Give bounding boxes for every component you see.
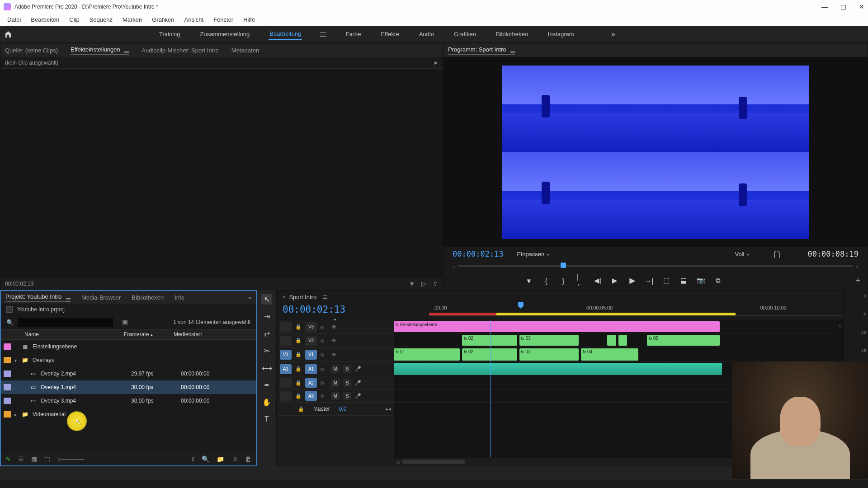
label-color[interactable] xyxy=(4,343,11,350)
project-item[interactable]: ▸📁Videomaterial xyxy=(1,408,256,421)
mark-in-button[interactable]: { xyxy=(542,277,550,285)
play-only-icon[interactable]: ▷ xyxy=(421,280,426,287)
extract-button[interactable]: ⬓ xyxy=(679,277,688,285)
go-to-in-button[interactable]: |← xyxy=(576,277,585,285)
add-marker-button[interactable]: ▼ xyxy=(525,277,533,285)
timeline-timecode[interactable]: 00:00:02:13 xyxy=(283,304,390,315)
column-header-mediastart[interactable]: Medienstart xyxy=(174,331,247,338)
play-button[interactable]: ▶ xyxy=(611,277,619,285)
program-playhead[interactable] xyxy=(561,263,566,268)
razor-tool[interactable]: ✂ xyxy=(261,345,272,356)
find-button[interactable]: 🔍 xyxy=(202,455,209,463)
clip-v2-05[interactable]: fx05 xyxy=(647,335,720,346)
clip-v1-04[interactable]: fx04 xyxy=(581,348,638,361)
sequence-close-button[interactable]: × xyxy=(283,294,285,300)
menu-grafiken[interactable]: Grafiken xyxy=(148,15,178,24)
list-view-button[interactable]: ☰ xyxy=(18,455,24,463)
program-menu-icon[interactable] xyxy=(510,51,515,54)
workspace-farbe[interactable]: Farbe xyxy=(344,29,362,39)
clip-adjustment-layer[interactable]: fxEinstellungsebene xyxy=(394,321,720,332)
tab-info[interactable]: Info xyxy=(175,294,184,301)
clip-v2-gap1[interactable] xyxy=(607,335,616,346)
clip-audio-a1[interactable] xyxy=(394,363,722,375)
clip-v1-01[interactable]: fx01 xyxy=(394,348,460,361)
project-menu-icon[interactable] xyxy=(66,298,71,301)
type-tool[interactable]: T xyxy=(261,414,272,425)
panel-menu-icon[interactable] xyxy=(124,51,129,54)
timeline-horizontal-scrollbar[interactable] xyxy=(402,460,465,464)
program-video-output[interactable] xyxy=(443,57,868,247)
workspace-training[interactable]: Training xyxy=(158,29,181,39)
export-still-icon[interactable]: ⇪ xyxy=(433,280,438,287)
tab-project[interactable]: Projekt: Youtube Intro xyxy=(5,293,71,302)
master-track-value[interactable]: 0,0 xyxy=(339,406,347,412)
tab-media-browser[interactable]: Media-Browser xyxy=(81,294,121,301)
menu-sequenz[interactable]: Sequenz xyxy=(86,15,116,24)
timeline-playhead[interactable] xyxy=(518,302,524,309)
project-item[interactable]: ▭Overlay 2.mp429,97 fps00:00:00:00 xyxy=(1,367,256,380)
menu-ansicht[interactable]: Ansicht xyxy=(180,15,207,24)
maximize-button[interactable]: ▢ xyxy=(840,3,846,10)
program-scrub-bar[interactable]: ○ ○ xyxy=(443,261,868,272)
track-select-tool[interactable]: ⇥ xyxy=(261,311,272,322)
work-area-bar[interactable] xyxy=(429,313,736,315)
menu-hilfe[interactable]: Hilfe xyxy=(240,15,259,24)
icon-view-button[interactable]: ▦ xyxy=(31,455,37,463)
workspace-bibliotheken[interactable]: Bibliotheken xyxy=(495,29,529,39)
close-button[interactable]: ✕ xyxy=(859,3,864,10)
menu-clip[interactable]: Clip xyxy=(66,15,83,24)
label-color[interactable] xyxy=(4,411,11,418)
lift-button[interactable]: ⬚ xyxy=(662,277,670,285)
clip-v2-03[interactable]: fx03 xyxy=(519,335,579,346)
workspace-audio[interactable]: Audio xyxy=(418,29,435,39)
workspace-grafiken[interactable]: Grafiken xyxy=(453,29,477,39)
tab-program[interactable]: Programm: Sport Intro xyxy=(448,46,515,55)
timeline-ruler[interactable]: :00:00 00:00:05:00 00:00:10:00 xyxy=(429,303,843,316)
clip-v2-gap2[interactable] xyxy=(618,335,627,346)
button-editor-add[interactable]: + xyxy=(855,276,860,286)
effect-collapse-icon[interactable]: ▶ xyxy=(434,60,438,65)
program-current-timecode[interactable]: 00:00:02:13 xyxy=(453,249,504,258)
magnet-icon[interactable]: ⋂ xyxy=(774,249,780,259)
project-overflow-icon[interactable]: » xyxy=(248,294,251,301)
tab-source[interactable]: Quelle: (keine Clips) xyxy=(5,47,58,54)
clip-v1-03[interactable]: fx03 xyxy=(519,348,579,361)
selection-tool[interactable]: ↖ xyxy=(261,294,272,305)
project-item[interactable]: ▦Einstellungsebene xyxy=(1,340,256,353)
clip-v2-02[interactable]: fx02 xyxy=(462,335,517,346)
hand-tool[interactable]: ✋ xyxy=(261,397,272,408)
freeform-view-button[interactable]: ⬚ xyxy=(44,455,50,463)
step-back-button[interactable]: ◀| xyxy=(594,277,602,285)
menu-bearbeiten[interactable]: Bearbeiten xyxy=(27,15,63,24)
tab-libraries[interactable]: Bibliotheken xyxy=(132,294,164,301)
export-frame-button[interactable]: 📷 xyxy=(697,277,705,285)
workspace-menu-icon[interactable] xyxy=(320,32,326,37)
column-header-framerate[interactable]: Framerate ▴ xyxy=(124,331,174,338)
sequence-name[interactable]: Sport Intro xyxy=(289,294,316,300)
expand-toggle[interactable]: ▸ xyxy=(14,412,21,417)
tab-effect-controls[interactable]: Effekteinstellungen xyxy=(71,46,129,55)
program-zoom-select[interactable]: Einpassen▾ xyxy=(517,251,550,258)
workspace-instagram[interactable]: Instagram xyxy=(547,29,575,39)
workspace-effekte[interactable]: Effekte xyxy=(380,29,400,39)
label-color[interactable] xyxy=(4,384,11,390)
zoom-slider[interactable]: ○───── xyxy=(57,455,84,463)
label-color[interactable] xyxy=(4,371,11,377)
project-item[interactable]: ▾📁Overlays xyxy=(1,353,256,367)
workspace-zusammenstellung[interactable]: Zusammenstellung xyxy=(199,29,250,39)
project-item[interactable]: ▭Overlay 3.mp430,00 fps00:00:00:00 xyxy=(1,394,256,408)
slip-tool[interactable]: ⟷ xyxy=(261,362,272,373)
pen-tool[interactable]: ✒ xyxy=(261,380,272,390)
project-search-input[interactable] xyxy=(18,318,113,327)
tab-audio-mixer[interactable]: Audioclip-Mischer: Sport Intro xyxy=(142,47,219,54)
new-item-button[interactable]: 🗎 xyxy=(231,455,238,463)
new-bin-button[interactable]: 📁 xyxy=(217,455,224,463)
label-color[interactable] xyxy=(4,357,11,363)
workspace-overflow-icon[interactable]: » xyxy=(611,30,615,38)
delete-button[interactable]: 🗑 xyxy=(245,455,251,463)
home-icon[interactable] xyxy=(4,31,13,38)
step-forward-button[interactable]: |▶ xyxy=(628,277,636,285)
auto-sequence-button[interactable]: ⫴ xyxy=(192,455,194,463)
column-header-name[interactable]: Name xyxy=(24,331,124,338)
tab-metadata[interactable]: Metadaten xyxy=(231,47,259,54)
